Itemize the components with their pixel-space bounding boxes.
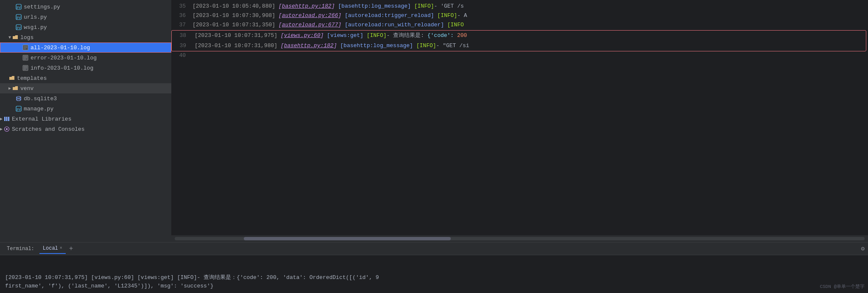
sidebar-item-wsgi-py[interactable]: py wsgi.py (0, 22, 171, 32)
timestamp: [2023-01-10 10:07:30,908] (193, 12, 279, 19)
svg-text:py: py (17, 107, 21, 111)
db-sqlite-label: db.sqlite3 (24, 96, 57, 102)
svg-rect-24 (4, 117, 6, 121)
line-number-40: 40 (171, 52, 193, 59)
sidebar-item-venv-folder[interactable]: ▶ venv (0, 83, 171, 93)
chevron-right-icon: ▶ (0, 116, 3, 121)
library-icon (3, 116, 10, 122)
timestamp: [2023-01-10 10:05:40,880] (193, 3, 279, 9)
terminal-close-button[interactable]: × (60, 246, 62, 251)
log-line-35: 35 [2023-01-10 10:05:40,880] [basehttp.p… (171, 2, 868, 11)
sidebar-item-db-sqlite[interactable]: db.sqlite3 (0, 93, 171, 104)
chevron-right-icon: ▶ (8, 86, 11, 91)
python-file-icon: py (15, 105, 22, 112)
sidebar-item-error-log[interactable]: error-2023-01-10.log (0, 53, 171, 63)
chevron-right-icon: ▶ (0, 127, 3, 132)
file-ref: [views.py:60] (281, 32, 327, 39)
log-line-36: 36 [2023-01-10 10:07:30,908] [autoreload… (171, 11, 868, 20)
log-file-icon (22, 54, 29, 61)
terminal-add-button[interactable]: + (67, 245, 75, 253)
scrollbar-thumb[interactable] (244, 237, 451, 240)
error-log-label: error-2023-01-10.log (31, 55, 97, 61)
python-file-icon: py (15, 14, 22, 20)
module-ref: [autoreload:trigger_reload] (345, 12, 437, 19)
terminal-content: [2023-01-10 10:07:31,975] [views.py:60] … (0, 255, 868, 293)
scrollbar-track[interactable] (175, 237, 865, 240)
sidebar-item-manage-py[interactable]: py manage.py (0, 104, 171, 114)
python-file-icon: py (15, 24, 22, 31)
settings-py-label: settings.py (24, 4, 60, 10)
terminal-tab-label: Terminal: (7, 246, 34, 252)
log-line-38: 38 [2023-01-10 10:07:31,975] [views.py:6… (172, 31, 866, 41)
log-line-37: 37 [2023-01-10 10:07:31,350] [autoreload… (171, 20, 868, 30)
logs-folder-label: logs (20, 34, 33, 41)
log-level: [INFO] (416, 42, 436, 49)
log-text-37: [2023-01-10 10:07:31,350] [autoreload.py… (193, 21, 868, 29)
terminal-label: Terminal: (3, 244, 38, 254)
svg-point-21 (17, 99, 21, 101)
sidebar-item-logs-folder[interactable]: ▼ logs (0, 32, 171, 42)
dict-key: {'code': (427, 32, 457, 39)
module-ref: [autoreload:run_with_reloader] (345, 22, 447, 28)
timestamp: [2023-01-10 10:07:31,975] (195, 32, 281, 39)
svg-point-28 (6, 128, 8, 130)
log-level: [INFO] (367, 32, 387, 39)
module-ref: [basehttp:log_message] (340, 42, 416, 49)
venv-folder-label: venv (20, 85, 33, 92)
sidebar-item-settings-py[interactable]: py settings.py (0, 2, 171, 12)
module-ref: [basehttp:log_message] (338, 3, 414, 9)
folder-icon (12, 85, 19, 92)
scratches-label: Scratches and Consoles (12, 126, 85, 132)
terminal-tab-local[interactable]: Local × (39, 244, 66, 254)
all-log-label: all-2023-01-10.log (31, 45, 90, 51)
log-message: - "GET /si (436, 42, 469, 49)
terminal-output-1: [2023-01-10 10:07:31,975] [views.py:60] … (5, 274, 379, 281)
log-text-39: [2023-01-10 10:07:31,980] [basehttp.py:1… (193, 42, 866, 50)
svg-text:py: py (17, 15, 21, 19)
svg-rect-25 (6, 117, 8, 121)
log-level: [INFO (447, 22, 464, 28)
dict-value: 200 (457, 32, 467, 39)
line-number-37: 37 (171, 22, 193, 28)
log-text-35: [2023-01-10 10:05:40,880] [basehttp.py:1… (193, 2, 868, 11)
urls-py-label: urls.py (24, 14, 47, 20)
log-file-icon (22, 65, 29, 71)
log-lines: 35 [2023-01-10 10:05:40,880] [basehttp.p… (171, 2, 868, 60)
editor-area: 35 [2023-01-10 10:05:40,880] [basehttp.p… (171, 0, 868, 242)
terminal-tabs-left: Terminal: Local × + (3, 244, 75, 254)
file-ref: [basehttp.py:182] (279, 3, 338, 9)
main-area: py settings.py py urls.py py wsgi.py ▼ l… (0, 0, 868, 242)
log-level: [INFO] (414, 3, 434, 9)
folder-icon (12, 34, 19, 41)
sidebar-item-all-log[interactable]: all-2023-01-10.log (0, 42, 171, 53)
sidebar-item-scratches[interactable]: ▶ Scratches and Consoles (0, 124, 171, 134)
sidebar-item-templates-folder[interactable]: templates (0, 73, 171, 83)
terminal-line-1: [2023-01-10 10:07:31,975] [views.py:60] … (5, 273, 863, 282)
horizontal-scrollbar[interactable] (171, 235, 868, 242)
terminal-local-label: Local (43, 245, 58, 251)
svg-point-18 (17, 96, 21, 98)
log-line-39: 39 [2023-01-10 10:07:31,980] [basehttp.p… (172, 41, 866, 51)
terminal-settings-button[interactable]: ⚙ (861, 245, 865, 252)
templates-folder-label: templates (17, 75, 47, 82)
chevron-down-icon: ▼ (8, 35, 11, 40)
line-number-36: 36 (171, 12, 193, 19)
sidebar-item-external-libs[interactable]: ▶ External Libraries (0, 114, 171, 124)
log-file-icon (22, 44, 29, 51)
log-text-36: [2023-01-10 10:07:30,908] [autoreload.py… (193, 11, 868, 20)
highlighted-log-block: 38 [2023-01-10 10:07:31,975] [views.py:6… (171, 30, 866, 51)
log-level: [INFO] (437, 12, 457, 19)
file-ref: [basehttp.py:182] (281, 42, 340, 49)
wsgi-py-label: wsgi.py (24, 24, 47, 31)
svg-text:py: py (17, 5, 21, 9)
terminal-line-2: first_name', 'f'), ('last_name', 'L12345… (5, 282, 863, 290)
settings-gear-icon[interactable]: ⚙ (861, 245, 865, 252)
svg-rect-26 (8, 117, 9, 121)
line-number-35: 35 (171, 3, 193, 9)
sidebar-item-urls-py[interactable]: py urls.py (0, 12, 171, 22)
python-file-icon: py (15, 3, 22, 10)
sidebar-item-info-log[interactable]: info-2023-01-10.log (0, 63, 171, 73)
log-message: - 查询结果是: (387, 32, 427, 39)
watermark: CSDN @单单一个楚字 (820, 283, 865, 290)
log-message: - A (457, 12, 467, 19)
